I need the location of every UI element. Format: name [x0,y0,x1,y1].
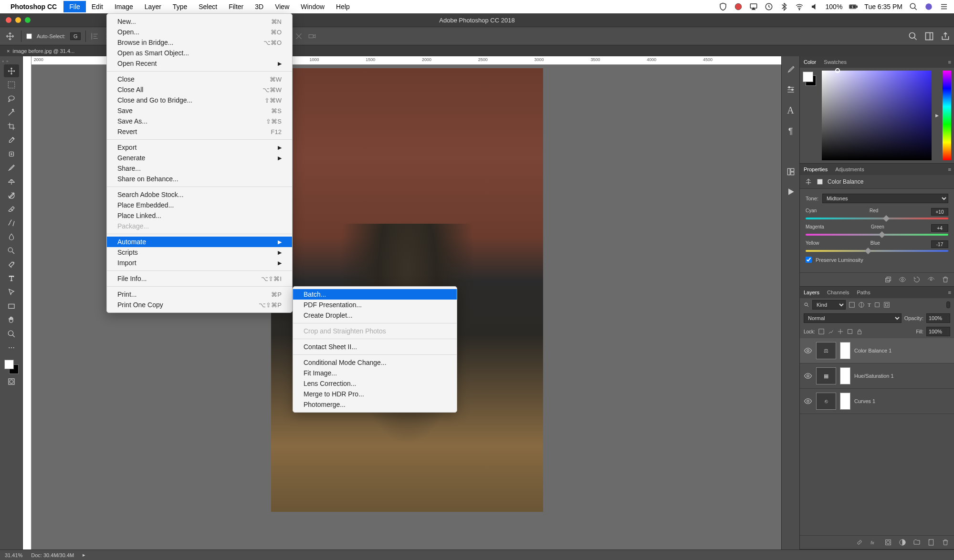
color-field[interactable] [822,71,932,160]
zoom-tool[interactable] [4,327,19,340]
menu-item-open-recent[interactable]: Open Recent▶ [107,58,292,69]
lock-transparency-icon[interactable] [818,328,825,335]
rectangle-tool[interactable] [4,300,19,312]
menu-item-share-on-behance[interactable]: Share on Behance... [107,174,292,184]
menu-item-open[interactable]: Open...⌘O [107,27,292,37]
menu-filter[interactable]: Filter [223,1,249,12]
lock-position-icon[interactable] [837,328,844,335]
menu-item-close[interactable]: Close⌘W [107,74,292,84]
tab-adjustments[interactable]: Adjustments [835,166,864,172]
gradient-tool[interactable] [4,217,19,229]
group-layers-icon[interactable] [913,539,921,546]
filter-toggle[interactable] [946,301,950,308]
filter-shape-icon[interactable] [874,301,881,308]
toggle-visibility-icon[interactable] [899,276,906,283]
3d-camera-icon[interactable] [308,32,316,41]
eyedropper-tool[interactable] [4,134,19,146]
menu-image[interactable]: Image [109,1,139,12]
search-icon[interactable] [908,31,918,41]
app-name[interactable]: Photoshop CC [10,3,57,10]
menu-3d[interactable]: 3D [249,1,269,12]
menu-file[interactable]: File [63,1,86,12]
menu-item-conditional-mode-change[interactable]: Conditional Mode Change... [293,357,457,368]
document-tab[interactable]: × image before.jpg @ 31.4... [3,48,78,54]
3d-slide-icon[interactable] [294,32,303,41]
color-swatches[interactable] [4,360,19,374]
tab-channels[interactable]: Channels [827,290,849,295]
menu-type[interactable]: Type [167,1,193,12]
hand-tool[interactable] [4,313,19,326]
view-previous-icon[interactable] [927,276,935,283]
delete-layer-icon[interactable] [942,539,949,546]
tab-properties[interactable]: Properties [804,166,828,172]
history-brush-tool[interactable] [4,189,19,202]
filter-smart-icon[interactable] [883,301,890,308]
menu-item-file-info[interactable]: File Info...⌥⇧⌘I [107,273,292,284]
color-collapse-icon[interactable]: ▶ [935,113,939,118]
path-selection-tool[interactable] [4,286,19,299]
menu-window[interactable]: Window [295,1,330,12]
layer-row[interactable]: ▦ Hue/Saturation 1 [800,363,954,389]
menu-item-place-embedded[interactable]: Place Embedded... [107,200,292,210]
zoom-level[interactable]: 31.41% [5,552,22,558]
doc-size[interactable]: Doc: 30.4M/30.4M [31,552,74,558]
libraries-panel-icon[interactable] [786,167,796,176]
filter-type-icon[interactable]: T [868,302,871,308]
healing-brush-tool[interactable] [4,147,19,160]
workspace-icon[interactable] [924,31,934,41]
menu-item-fit-image[interactable]: Fit Image... [293,368,457,378]
notification-center-icon[interactable] [940,2,948,11]
dodge-tool[interactable] [4,244,19,257]
tab-close-icon[interactable]: × [7,48,10,54]
tab-swatches[interactable]: Swatches [824,59,847,65]
lock-image-icon[interactable] [828,328,834,335]
menu-item-open-as-smart-object[interactable]: Open as Smart Object... [107,48,292,58]
menu-item-revert[interactable]: RevertF12 [107,126,292,137]
visibility-toggle-icon[interactable] [804,397,812,405]
slider-value-input[interactable] [931,208,948,216]
timemachine-icon[interactable] [765,2,773,11]
brush-tool[interactable] [4,161,19,174]
menu-layer[interactable]: Layer [139,1,167,12]
siri-icon[interactable] [924,2,933,11]
play-panel-icon[interactable] [786,187,796,197]
brushes-panel-icon[interactable] [786,65,796,74]
slider-yellow-blue[interactable] [806,250,948,252]
menu-item-create-droplet[interactable]: Create Droplet... [293,310,457,321]
link-layers-icon[interactable] [856,539,863,546]
opacity-value[interactable]: 100% [926,313,950,323]
menu-item-print[interactable]: Print...⌘P [107,289,292,300]
lasso-tool[interactable] [4,92,19,105]
menu-item-save[interactable]: Save⌘S [107,105,292,116]
menu-item-close-and-go-to-bridge[interactable]: Close and Go to Bridge...⇧⌘W [107,95,292,105]
menu-view[interactable]: View [269,1,295,12]
move-tool[interactable] [4,64,19,77]
filter-adjustment-icon[interactable] [858,301,865,308]
zoom-window-button[interactable] [25,17,31,23]
shield-icon[interactable] [719,2,727,11]
eraser-tool[interactable] [4,203,19,216]
share-icon[interactable] [941,31,950,41]
character-panel-icon[interactable]: A [787,105,794,116]
wifi-icon[interactable] [795,2,804,11]
adjustment-layer-icon[interactable] [899,539,906,546]
magic-wand-tool[interactable] [4,106,19,119]
tab-paths[interactable]: Paths [857,290,870,295]
layer-row[interactable]: ⚖ Color Balance 1 [800,338,954,363]
new-layer-icon[interactable] [927,539,935,546]
menu-help[interactable]: Help [330,1,356,12]
panel-menu-icon[interactable]: ≡ [948,59,951,65]
reset-icon[interactable] [913,276,921,283]
filter-pixel-icon[interactable] [849,301,855,308]
slider-magenta-green[interactable] [806,234,948,236]
menu-item-search-adobe-stock[interactable]: Search Adobe Stock... [107,189,292,200]
visibility-toggle-icon[interactable] [804,346,812,355]
menu-select[interactable]: Select [193,1,223,12]
lock-artboard-icon[interactable] [847,328,853,335]
tab-layers[interactable]: Layers [804,290,819,295]
filter-kind-select[interactable]: Kind [812,300,846,310]
slider-value-input[interactable] [931,240,948,248]
menu-item-generate[interactable]: Generate▶ [107,153,292,163]
menu-item-scripts[interactable]: Scripts▶ [107,247,292,258]
menu-item-place-linked[interactable]: Place Linked... [107,210,292,221]
